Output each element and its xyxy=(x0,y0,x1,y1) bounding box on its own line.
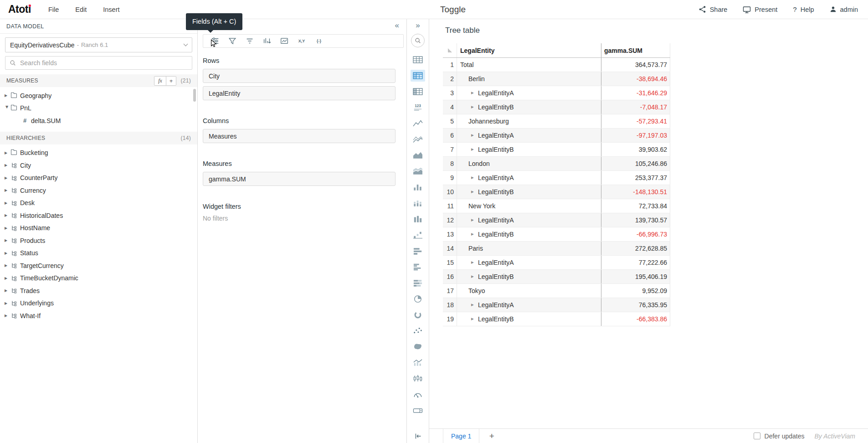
table-row[interactable]: 10 ▶ LegalEntityB -148,130.51 xyxy=(443,185,670,199)
hierarchy-tree-item[interactable]: ▶ # TargetCurrency xyxy=(0,259,197,272)
expand-panel-icon[interactable]: » xyxy=(407,21,429,30)
expand-caret-icon[interactable]: ▶ xyxy=(471,227,478,241)
hierarchy-tree-item[interactable]: ▶ # Underlyings xyxy=(0,297,197,310)
box-plot-widget-button[interactable] xyxy=(411,373,425,385)
expand-caret-icon[interactable]: ▶ xyxy=(5,213,11,217)
hierarchy-tree-item[interactable]: ▶ # What-If xyxy=(0,309,197,322)
expand-caret-icon[interactable]: ▶ xyxy=(5,93,11,98)
hierarchy-tree-item[interactable]: ▶ # HostName xyxy=(0,222,197,235)
expand-caret-icon[interactable]: ▶ xyxy=(5,314,11,318)
expand-caret-icon[interactable]: ▶ xyxy=(5,263,11,268)
donut-chart-widget-button[interactable] xyxy=(411,309,425,321)
combo-chart-widget-button[interactable] xyxy=(411,357,425,369)
expand-caret-icon[interactable]: ▶ xyxy=(471,143,478,156)
expand-caret-icon[interactable]: ▶ xyxy=(471,213,478,227)
gauge-chart-widget-button[interactable] xyxy=(411,389,425,401)
table-row[interactable]: 15 ▶ LegalEntityA 77,222.66 xyxy=(443,256,670,270)
hierarchy-tree-item[interactable]: ▶ # Bucketing xyxy=(0,147,197,160)
expand-caret-icon[interactable]: ▶ xyxy=(5,251,11,255)
expand-caret-icon[interactable]: ▶ xyxy=(471,312,478,326)
expand-caret-icon[interactable]: ▶ xyxy=(5,288,11,293)
style-button[interactable] xyxy=(279,36,289,46)
field-chip[interactable]: LegalEntity xyxy=(203,86,395,100)
stacked-area-chart-widget-button[interactable] xyxy=(411,165,425,177)
xy-axes-button[interactable]: X,Y xyxy=(297,36,307,46)
help-button[interactable]: ? Help xyxy=(793,5,814,13)
hierarchy-tree-item[interactable]: ▶ # TimeBucketDynamic xyxy=(0,272,197,285)
hierarchy-tree-item[interactable]: ▶ # Currency xyxy=(0,184,197,197)
table-row[interactable]: 8 ▶ London 105,246.86 xyxy=(443,157,670,171)
expand-caret-icon[interactable]: ▶ xyxy=(5,163,11,167)
expand-caret-icon[interactable]: ▶ xyxy=(5,151,11,155)
app-logo[interactable]: Atoti xyxy=(8,3,31,15)
multi-line-chart-widget-button[interactable] xyxy=(411,134,425,145)
table-row[interactable]: 13 ▶ LegalEntityB -66,996.73 xyxy=(443,227,670,242)
table-row[interactable]: 17 ▶ Tokyo 9,952.09 xyxy=(443,284,670,298)
present-button[interactable]: Present xyxy=(743,5,777,14)
table-row[interactable]: 6 ▶ LegalEntityA -97,197.03 xyxy=(443,129,670,143)
field-chip[interactable]: Measures xyxy=(203,129,395,143)
column-header-gamma-sum[interactable]: gamma.SUM xyxy=(601,43,670,57)
expand-caret-icon[interactable]: ▶ xyxy=(5,201,11,205)
pivot-table-widget-button[interactable] xyxy=(411,70,425,82)
filters-button[interactable] xyxy=(227,36,237,46)
expand-caret-icon[interactable]: ▶ xyxy=(471,171,478,185)
kpi-widget-button[interactable]: 123 xyxy=(411,102,425,113)
column-header-legalentity[interactable]: LegalEntity xyxy=(457,43,601,57)
add-page-button[interactable]: + xyxy=(486,431,497,441)
table-row[interactable]: 18 ▶ LegalEntityA 76,335.95 xyxy=(443,298,670,312)
map-chart-widget-button[interactable] xyxy=(411,341,425,353)
hierarchy-tree-item[interactable]: ▶ # CounterParty xyxy=(0,172,197,185)
table-row[interactable]: 11 ▶ New York 72,733.84 xyxy=(443,199,670,213)
corner-header-cell[interactable] xyxy=(443,43,457,57)
pie-chart-widget-button[interactable] xyxy=(411,293,425,305)
field-chip[interactable]: City xyxy=(203,69,395,83)
filter-list-button[interactable] xyxy=(245,36,255,46)
area-chart-widget-button[interactable] xyxy=(411,149,425,161)
table-row[interactable]: 12 ▶ LegalEntityA 139,730.57 xyxy=(443,213,670,227)
measures-tree-item[interactable]: ▶ # PnL xyxy=(0,102,197,115)
table-row[interactable]: 7 ▶ LegalEntityB 39,903.62 xyxy=(443,143,670,157)
scatter-plot-widget-button[interactable] xyxy=(411,325,425,337)
expand-caret-icon[interactable]: ▶ xyxy=(471,100,478,114)
expand-caret-icon[interactable]: ▶ xyxy=(5,276,11,280)
expand-caret-icon[interactable]: ▶ xyxy=(5,106,9,112)
table-row[interactable]: 19 ▶ LegalEntityB -66,383.86 xyxy=(443,312,670,326)
stacked-bar-chart-widget-button[interactable] xyxy=(411,277,425,289)
expand-caret-icon[interactable]: ▶ xyxy=(471,86,478,100)
collapse-ribbon-button[interactable] xyxy=(407,433,429,439)
user-menu[interactable]: admin xyxy=(830,6,858,13)
table-row[interactable]: 5 ▶ Johannesburg -57,293.41 xyxy=(443,114,670,129)
waterfall-chart-widget-button[interactable] xyxy=(411,229,425,241)
line-chart-widget-button[interactable] xyxy=(411,118,425,129)
table-row[interactable]: 14 ▶ Paris 272,628.85 xyxy=(443,242,670,256)
expand-caret-icon[interactable]: ▶ xyxy=(5,226,11,230)
table-row[interactable]: 16 ▶ LegalEntityB 195,406.19 xyxy=(443,270,670,284)
expand-caret-icon[interactable]: ▶ xyxy=(471,185,478,199)
expand-caret-icon[interactable]: ▶ xyxy=(471,256,478,269)
widget-search-button[interactable] xyxy=(411,34,425,47)
table-row[interactable]: 1 ▶ Total 364,573.77 xyxy=(443,58,670,72)
transposed-pivot-table-widget-button[interactable] xyxy=(411,86,425,98)
expand-caret-icon[interactable]: ▶ xyxy=(471,298,478,312)
mdx-button[interactable]: {-} xyxy=(314,36,324,46)
add-measure-button[interactable]: + xyxy=(166,77,176,85)
expand-caret-icon[interactable]: ▶ xyxy=(471,270,478,283)
table-row[interactable]: 2 ▶ Berlin -38,694.46 xyxy=(443,72,670,86)
stacked-column-chart-widget-button[interactable] xyxy=(411,197,425,209)
page-tab[interactable]: Page 1 xyxy=(443,429,479,443)
quick-filter-widget-button[interactable] xyxy=(411,405,425,417)
hierarchy-tree-item[interactable]: ▶ # Products xyxy=(0,234,197,247)
column-chart-widget-button[interactable] xyxy=(411,181,425,193)
table-row[interactable]: 3 ▶ LegalEntityA -31,646.29 xyxy=(443,86,670,100)
grouped-bar-chart-widget-button[interactable] xyxy=(411,261,425,273)
hierarchy-tree-item[interactable]: ▶ # Desk xyxy=(0,197,197,210)
cube-selector[interactable]: EquityDerivativesCube -Ranch 6.1 xyxy=(5,37,192,52)
hierarchy-tree-item[interactable]: ▶ # HistoricalDates xyxy=(0,209,197,222)
measures-tree-item[interactable]: ▶ # Geography xyxy=(0,89,197,102)
hierarchy-tree-item[interactable]: ▶ # City xyxy=(0,159,197,172)
hierarchy-tree-item[interactable]: ▶ # Trades xyxy=(0,284,197,297)
dashboard-title[interactable]: Toggle xyxy=(440,0,466,19)
hierarchy-tree-item[interactable]: ▶ # Status xyxy=(0,247,197,260)
expand-caret-icon[interactable]: ▶ xyxy=(5,176,11,180)
